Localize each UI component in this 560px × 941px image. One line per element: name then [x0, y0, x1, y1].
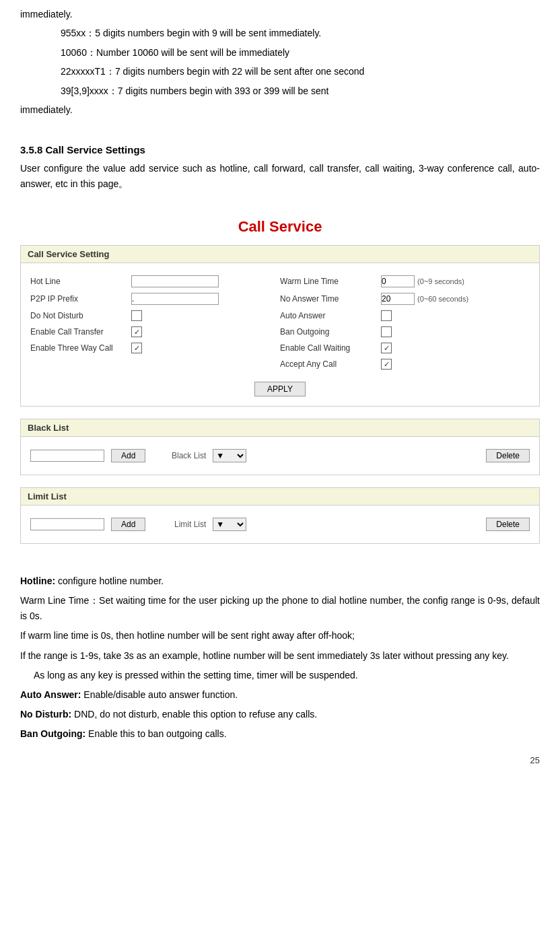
- black-list-row: Add Black List ▼ Delete: [30, 444, 530, 468]
- desc-hotline-bold: Hotline:: [20, 576, 55, 586]
- no-answer-time-suffix: (0~60 seconds): [417, 295, 468, 303]
- black-list-add-button[interactable]: Add: [111, 449, 145, 462]
- dnd-label: Do Not Disturb: [30, 311, 131, 320]
- desc-ban-outgoing: Ban Outgoing: Enable this to ban outgoin…: [20, 726, 540, 742]
- enable-three-way-checkbox[interactable]: ✓: [131, 343, 142, 353]
- black-list-select[interactable]: ▼: [213, 449, 246, 462]
- section-title: 3.5.8 Call Service Settings: [20, 144, 540, 155]
- panel1-header: Call Service Setting: [21, 246, 539, 263]
- form-left-col: Hot Line P2P IP Prefix Do Not Disturb En…: [30, 270, 280, 375]
- no-answer-time-input[interactable]: [381, 293, 415, 305]
- desc-auto-answer: Auto Answer: Enable/disable auto answer …: [20, 687, 540, 703]
- accept-any-call-checkbox[interactable]: ✓: [381, 359, 392, 370]
- call-service-setting-panel: Call Service Setting Hot Line P2P IP Pre…: [20, 245, 540, 407]
- enable-three-way-row: Enable Three Way Call ✓: [30, 340, 280, 356]
- desc-warmline4-text: As long as any key is pressed within the…: [34, 670, 358, 681]
- limit-list-label: Limit List: [152, 520, 206, 529]
- auto-answer-row: Auto Answer: [280, 308, 530, 324]
- intro-bullets: 955xx：5 digits numbers begin with 9 will…: [61, 26, 540, 98]
- desc-warmline3-text: If the range is 1-9s, take 3s as an exam…: [20, 650, 509, 661]
- enable-call-waiting-row: Enable Call Waiting ✓: [280, 340, 530, 356]
- section-desc: User configure the value add service suc…: [20, 161, 540, 191]
- p2p-ip-label: P2P IP Prefix: [30, 294, 131, 304]
- ban-outgoing-label: Ban Outgoing: [280, 327, 381, 337]
- dnd-row: Do Not Disturb: [30, 308, 280, 324]
- enable-call-transfer-label: Enable Call Transfer: [30, 327, 131, 337]
- limit-list-add-button[interactable]: Add: [111, 518, 145, 531]
- form-right-col: Warm Line Time (0~9 seconds) No Answer T…: [280, 270, 530, 375]
- desc-warmline4: As long as any key is pressed within the…: [34, 668, 540, 683]
- black-list-input[interactable]: [30, 450, 104, 462]
- intro-line-end: immediately.: [20, 102, 540, 117]
- panel3-header: Limit List: [21, 488, 539, 506]
- p2p-ip-row: P2P IP Prefix: [30, 290, 280, 308]
- call-service-form-grid: Hot Line P2P IP Prefix Do Not Disturb En…: [30, 270, 530, 375]
- desc-warmline2-text: If warm line time is 0s, then hotline nu…: [20, 630, 355, 641]
- warm-line-time-input[interactable]: [381, 275, 415, 287]
- desc-auto-answer-text: Enable/disable auto answer function.: [81, 689, 238, 700]
- enable-call-waiting-label: Enable Call Waiting: [280, 343, 381, 353]
- bullet-1: 955xx：5 digits numbers begin with 9 will…: [61, 26, 540, 40]
- desc-no-disturb-bold: No Disturb:: [20, 709, 71, 720]
- panel3-body: Add Limit List ▼ Delete: [21, 506, 539, 543]
- p2p-ip-input[interactable]: [131, 293, 219, 305]
- enable-call-transfer-checkbox[interactable]: ✓: [131, 326, 142, 337]
- desc-warmline3: If the range is 1-9s, take 3s as an exam…: [20, 648, 540, 664]
- warm-line-time-label: Warm Line Time: [280, 277, 381, 286]
- desc-warmline2: If warm line time is 0s, then hotline nu…: [20, 628, 540, 643]
- intro-line1: immediately.: [20, 7, 540, 22]
- ban-outgoing-checkbox[interactable]: [381, 326, 392, 337]
- limit-list-input[interactable]: [30, 518, 104, 530]
- apply-button[interactable]: APPLY: [254, 382, 306, 396]
- desc-ban-outgoing-text: Enable this to ban outgoing calls.: [85, 728, 226, 739]
- warm-line-time-row: Warm Line Time (0~9 seconds): [280, 273, 530, 290]
- dnd-checkbox[interactable]: [131, 310, 142, 321]
- black-list-label: Black List: [152, 451, 206, 460]
- desc-no-disturb-text: DND, do not disturb, enable this option …: [71, 709, 317, 720]
- limit-list-row: Add Limit List ▼ Delete: [30, 512, 530, 536]
- panel2-body: Add Black List ▼ Delete: [21, 437, 539, 475]
- desc-hotline-text: configure hotline number.: [55, 576, 164, 586]
- panel2-header: Black List: [21, 419, 539, 437]
- auto-answer-checkbox[interactable]: [381, 310, 392, 321]
- ban-outgoing-row: Ban Outgoing: [280, 324, 530, 340]
- no-answer-time-label: No Answer Time: [280, 294, 381, 304]
- page-number: 25: [20, 755, 540, 765]
- enable-call-waiting-checkbox[interactable]: ✓: [381, 343, 392, 353]
- black-list-delete-button[interactable]: Delete: [486, 449, 530, 462]
- accept-any-call-label: Accept Any Call: [280, 359, 381, 369]
- limit-list-panel: Limit List Add Limit List ▼ Delete: [20, 487, 540, 544]
- desc-no-disturb: No Disturb: DND, do not disturb, enable …: [20, 707, 540, 722]
- desc-warmline-text: Warm Line Time：Set waiting time for the …: [20, 595, 540, 621]
- bullet-2: 10060：Number 10060 will be sent will be …: [61, 45, 540, 60]
- auto-answer-label: Auto Answer: [280, 311, 381, 320]
- warm-line-time-suffix: (0~9 seconds): [417, 277, 464, 285]
- enable-three-way-label: Enable Three Way Call: [30, 343, 131, 353]
- limit-list-select[interactable]: ▼: [213, 518, 246, 531]
- limit-list-delete-button[interactable]: Delete: [486, 518, 530, 531]
- desc-ban-outgoing-bold: Ban Outgoing:: [20, 728, 85, 739]
- hotline-input[interactable]: [131, 275, 219, 287]
- panel1-body: Hot Line P2P IP Prefix Do Not Disturb En…: [21, 263, 539, 406]
- bullet-4: 39[3,9]xxxx：7 digits numbers begin with …: [61, 83, 540, 98]
- desc-hotline: Hotline: configure hotline number.: [20, 573, 540, 589]
- hotline-label: Hot Line: [30, 277, 131, 286]
- enable-call-transfer-row: Enable Call Transfer ✓: [30, 324, 280, 340]
- call-service-title: Call Service: [20, 218, 540, 236]
- bullet-3: 22xxxxxT1：7 digits numbers begin with 22…: [61, 64, 540, 79]
- accept-any-call-row: Accept Any Call ✓: [280, 356, 530, 372]
- desc-warmline: Warm Line Time：Set waiting time for the …: [20, 593, 540, 624]
- apply-row: APPLY: [30, 375, 530, 399]
- black-list-panel: Black List Add Black List ▼ Delete: [20, 419, 540, 475]
- desc-auto-answer-bold: Auto Answer:: [20, 689, 81, 700]
- hotline-row: Hot Line: [30, 273, 280, 290]
- descriptions-block: Hotline: configure hotline number. Warm …: [20, 573, 540, 742]
- no-answer-time-row: No Answer Time (0~60 seconds): [280, 290, 530, 308]
